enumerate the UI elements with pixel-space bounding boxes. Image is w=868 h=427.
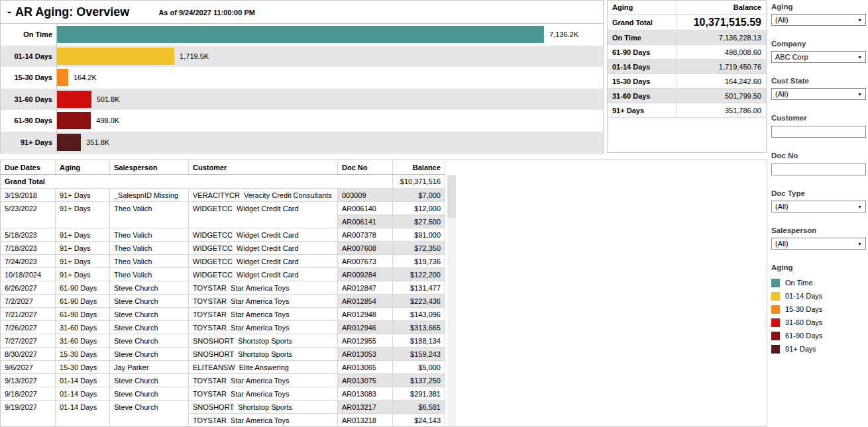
table-row[interactable]: 9/19/202701-14 DaysSteve ChurchSNOSHORT …: [1, 400, 445, 413]
vertical-scrollbar-track[interactable]: [447, 175, 456, 426]
bar-91-days[interactable]: [57, 134, 81, 151]
legend-item-label: On Time: [785, 279, 813, 287]
detail-grand-total-row[interactable]: Grand Total$10,371,516: [1, 175, 445, 188]
table-row[interactable]: 8/30/202715-30 DaysSteve ChurchSNOSHORT …: [1, 347, 445, 360]
filter-dropdown-doc-type[interactable]: (All)▼: [771, 201, 866, 213]
aging-cell: 31-60 Days: [55, 320, 109, 334]
legend-item-91-days[interactable]: 91+ Days: [771, 342, 866, 356]
collapse-toggle[interactable]: -: [7, 5, 11, 19]
customer-cell: SNOSHORT Shortstop Sports: [188, 334, 337, 347]
chart-plot-area: 1,719.5K: [56, 46, 603, 68]
filter-dropdown-company[interactable]: ABC Corp▼: [771, 51, 866, 63]
summary-row-61-90-days[interactable]: 61-90 Days498,008.60: [608, 45, 766, 60]
table-row[interactable]: 5/18/202391+ DaysTheo ValichWIDGETCC Wid…: [1, 228, 445, 241]
balance-cell: $313,665: [392, 320, 445, 334]
balance-cell: $131,477: [392, 281, 445, 294]
page-title: AR Aging: Overview: [15, 5, 129, 19]
table-row[interactable]: 7/27/202731-60 DaysSteve ChurchSNOSHORT …: [1, 334, 445, 347]
table-row[interactable]: 9/6/202715-30 DaysJay ParkerELITEANSW El…: [1, 360, 445, 373]
grand-total-label: Grand Total: [1, 175, 392, 188]
summary-row-31-60-days[interactable]: 31-60 Days501,799.50: [608, 89, 766, 103]
summary-row-15-30-days[interactable]: 15-30 Days164,242.60: [608, 74, 766, 89]
legend-item-label: 15-30 Days: [785, 305, 822, 313]
salesperson-cell: Theo Valich: [109, 267, 188, 281]
filter-doc-no: Doc No: [771, 152, 866, 175]
table-row[interactable]: AR006141$27,500: [1, 214, 445, 228]
table-row[interactable]: 6/26/202761-90 DaysSteve ChurchTOYSTAR S…: [1, 281, 445, 294]
table-row[interactable]: 9/13/202701-14 DaysSteve ChurchTOYSTAR S…: [1, 373, 445, 387]
filter-dropdown-salesperson[interactable]: (All)▼: [771, 238, 866, 250]
due-date-cell: 7/2/2027: [1, 294, 55, 307]
balance-cell: $24,143: [392, 413, 445, 426]
salesperson-cell: Steve Church: [109, 400, 188, 413]
doc-no-cell: AR013075: [337, 373, 392, 387]
legend-item-on-time[interactable]: On Time: [771, 276, 866, 289]
chart-category-label: 15-30 Days: [1, 67, 56, 89]
detail-header-doc-no[interactable]: Doc No: [337, 160, 392, 174]
legend-item-01-14-days[interactable]: 01-14 Days: [771, 289, 866, 303]
table-row[interactable]: 5/23/202291+ DaysTheo ValichWIDGETCC Wid…: [1, 201, 445, 214]
bar-61-90-days[interactable]: [57, 112, 91, 129]
table-row[interactable]: 9/18/202701-14 DaysSteve ChurchTOYSTAR S…: [1, 387, 445, 400]
aging-cell: 91+ Days: [55, 254, 109, 267]
bar-15-30-days[interactable]: [57, 69, 68, 86]
summary-row-grand-total[interactable]: Grand Total10,371,515.59: [608, 15, 766, 30]
table-row[interactable]: 7/2/202761-90 DaysSteve ChurchTOYSTAR St…: [1, 294, 445, 307]
balance-cell: $72,350: [392, 241, 445, 254]
summary-balance-value: 351,786.00: [677, 103, 766, 117]
detail-header-balance[interactable]: Balance: [392, 160, 445, 174]
filter-dropdown-cust-state[interactable]: (All)▼: [771, 88, 866, 100]
salesperson-cell: Steve Church: [109, 334, 188, 347]
summary-header-balance[interactable]: Balance: [677, 1, 766, 14]
customer-cell: WIDGETCC Widget Credit Card: [188, 241, 337, 254]
dropdown-selected-value: ABC Corp: [775, 53, 808, 61]
table-row[interactable]: 7/21/202761-90 DaysSteve ChurchTOYSTAR S…: [1, 307, 445, 320]
table-row[interactable]: TOYSTAR Star America ToysAR013218$24,143: [1, 413, 445, 426]
summary-balance-value: 7,136,228.13: [677, 30, 766, 44]
aging-cell: 91+ Days: [55, 241, 109, 254]
legend-item-61-90-days[interactable]: 61-90 Days: [771, 329, 866, 342]
table-row[interactable]: 10/18/202491+ DaysTheo ValichWIDGETCC Wi…: [1, 267, 445, 281]
due-date-cell: 8/30/2027: [1, 347, 55, 360]
doc-no-cell: AR013083: [337, 387, 392, 400]
table-row[interactable]: 7/18/202391+ DaysTheo ValichWIDGETCC Wid…: [1, 241, 445, 254]
legend-swatch-icon: [771, 345, 780, 354]
bar-31-60-days[interactable]: [57, 91, 91, 108]
summary-header-aging[interactable]: Aging: [608, 1, 677, 14]
bar-on-time[interactable]: [57, 26, 544, 43]
balance-cell: $91,000: [392, 228, 445, 241]
table-row[interactable]: 3/19/201891+ Days_SalespnID MissingVERAC…: [1, 188, 445, 201]
balance-cell: $122,200: [392, 267, 445, 281]
filter-input-doc-no[interactable]: [771, 164, 866, 175]
chart-plot-area: 7,136.2K: [56, 24, 603, 46]
detail-header-row: Due DatesAgingSalespersonCustomerDoc NoB…: [1, 160, 445, 175]
filter-panel: Aging(All)▼CompanyABC Corp▼Cust State(Al…: [771, 3, 866, 356]
detail-header-aging[interactable]: Aging: [55, 160, 109, 174]
summary-row-on-time[interactable]: On Time7,136,228.13: [608, 30, 766, 45]
aging-cell: 61-90 Days: [55, 307, 109, 320]
aging-cell: 01-14 Days: [55, 373, 109, 387]
summary-row-01-14-days[interactable]: 01-14 Days1,719,450.76: [608, 60, 766, 74]
chart-row-15-30-days: 15-30 Days164.2K: [1, 67, 603, 89]
chevron-down-icon: ▼: [857, 18, 862, 23]
summary-row-91-days[interactable]: 91+ Days351,786.00: [608, 103, 766, 118]
detail-header-salesperson[interactable]: Salesperson: [109, 160, 188, 174]
doc-no-cell: 003009: [337, 188, 392, 201]
legend-item-31-60-days[interactable]: 31-60 Days: [771, 316, 866, 329]
legend-item-15-30-days[interactable]: 15-30 Days: [771, 303, 866, 316]
chart-plot-area: 501.8K: [56, 89, 603, 111]
filter-dropdown-aging[interactable]: (All)▼: [771, 14, 866, 26]
bar-01-14-days[interactable]: [57, 48, 174, 65]
table-row[interactable]: 7/26/202731-60 DaysSteve ChurchTOYSTAR S…: [1, 320, 445, 334]
detail-header-due-dates[interactable]: Due Dates: [1, 160, 55, 174]
chevron-down-icon: ▼: [857, 55, 862, 60]
doc-no-cell: AR012955: [337, 334, 392, 347]
doc-no-cell: AR013065: [337, 360, 392, 373]
table-row[interactable]: 7/24/202391+ DaysTheo ValichWIDGETCC Wid…: [1, 254, 445, 267]
filter-input-customer[interactable]: [771, 126, 866, 138]
doc-no-cell: AR007673: [337, 254, 392, 267]
vertical-scrollbar-thumb[interactable]: [447, 175, 456, 218]
due-date-cell: 9/13/2027: [1, 373, 55, 387]
detail-header-customer[interactable]: Customer: [188, 160, 337, 174]
balance-cell: $291,381: [392, 387, 445, 400]
